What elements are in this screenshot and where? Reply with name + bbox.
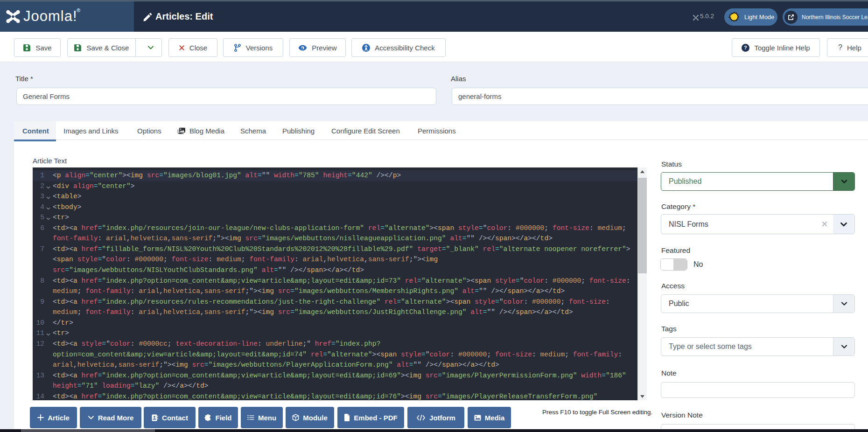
- svg-text:?: ?: [744, 45, 747, 50]
